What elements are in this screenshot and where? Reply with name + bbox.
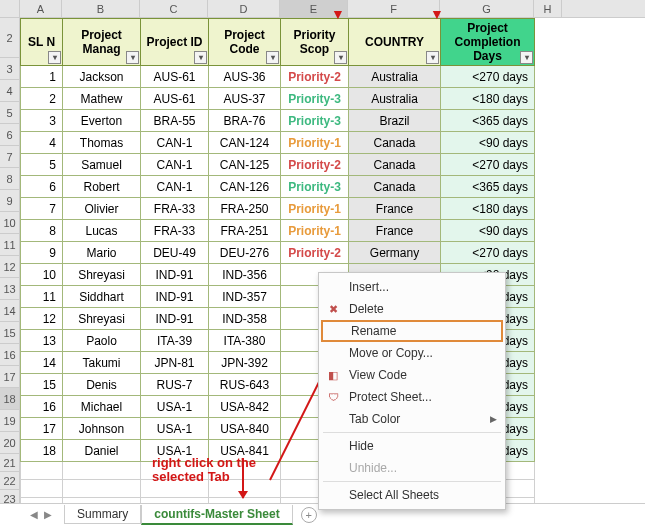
cell-country[interactable]: Australia bbox=[349, 88, 441, 110]
cell-pm[interactable]: Denis bbox=[63, 374, 141, 396]
cell-priority[interactable]: Priority-1 bbox=[281, 198, 349, 220]
col-header-d[interactable]: D bbox=[208, 0, 280, 17]
cell-pm[interactable]: Everton bbox=[63, 110, 141, 132]
cell-priority[interactable]: Priority-2 bbox=[281, 242, 349, 264]
cell-sl[interactable]: 3 bbox=[21, 110, 63, 132]
cell-sl[interactable]: 10 bbox=[21, 264, 63, 286]
cell-pid[interactable]: RUS-7 bbox=[141, 374, 209, 396]
corner-cell[interactable] bbox=[0, 0, 20, 17]
cell-pm[interactable]: Takumi bbox=[63, 352, 141, 374]
cell-sl[interactable]: 16 bbox=[21, 396, 63, 418]
col-header-g[interactable]: G bbox=[440, 0, 534, 17]
row-header[interactable]: 14 bbox=[0, 300, 20, 322]
cell-pid[interactable]: BRA-55 bbox=[141, 110, 209, 132]
th-pid[interactable]: Project ID▾ bbox=[141, 19, 209, 66]
cell-country[interactable]: France bbox=[349, 198, 441, 220]
cell-pm[interactable]: Jackson bbox=[63, 66, 141, 88]
cell-sl[interactable]: 2 bbox=[21, 88, 63, 110]
ctx-hide[interactable]: Hide bbox=[319, 435, 505, 457]
th-country[interactable]: COUNTRY▾ bbox=[349, 19, 441, 66]
row-header[interactable]: 20 bbox=[0, 432, 20, 454]
chevron-right-icon[interactable]: ▶ bbox=[44, 509, 52, 520]
col-header-a[interactable]: A bbox=[20, 0, 62, 17]
ctx-viewcode[interactable]: ◧View Code bbox=[319, 364, 505, 386]
cell-country[interactable]: France bbox=[349, 220, 441, 242]
row-header[interactable]: 11 bbox=[0, 234, 20, 256]
col-header-b[interactable]: B bbox=[62, 0, 140, 17]
cell-priority[interactable]: Priority-2 bbox=[281, 154, 349, 176]
chevron-left-icon[interactable]: ◀ bbox=[30, 509, 38, 520]
cell-pid[interactable]: CAN-1 bbox=[141, 154, 209, 176]
cell-pid[interactable]: IND-91 bbox=[141, 264, 209, 286]
row-header[interactable]: 10 bbox=[0, 212, 20, 234]
cell-pm[interactable]: Robert bbox=[63, 176, 141, 198]
ctx-selectall[interactable]: Select All Sheets bbox=[319, 484, 505, 506]
cell-pcode[interactable]: ITA-380 bbox=[209, 330, 281, 352]
cell-sl[interactable]: 18 bbox=[21, 440, 63, 462]
row-header[interactable]: 15 bbox=[0, 322, 20, 344]
tab-nav-arrows[interactable]: ◀▶ bbox=[30, 509, 52, 520]
ctx-rename[interactable]: Rename bbox=[321, 320, 503, 342]
tab-summary[interactable]: Summary bbox=[64, 505, 141, 524]
cell-pm[interactable]: Shreyasi bbox=[63, 308, 141, 330]
cell-days[interactable]: <270 days bbox=[441, 242, 535, 264]
cell-country[interactable]: Brazil bbox=[349, 110, 441, 132]
cell-pcode[interactable]: FRA-250 bbox=[209, 198, 281, 220]
row-header[interactable]: 19 bbox=[0, 410, 20, 432]
row-header[interactable]: 16 bbox=[0, 344, 20, 366]
cell-country[interactable]: Australia bbox=[349, 66, 441, 88]
cell-pm[interactable]: Paolo bbox=[63, 330, 141, 352]
th-scope[interactable]: Priority Scop▾ bbox=[281, 19, 349, 66]
cell-sl[interactable]: 4 bbox=[21, 132, 63, 154]
col-header-h[interactable]: H bbox=[534, 0, 562, 17]
cell-pid[interactable]: USA-1 bbox=[141, 396, 209, 418]
col-header-f[interactable]: F bbox=[348, 0, 440, 17]
cell-pcode[interactable]: DEU-276 bbox=[209, 242, 281, 264]
cell-days[interactable]: <365 days bbox=[441, 110, 535, 132]
row-header[interactable]: 12 bbox=[0, 256, 20, 278]
th-pm[interactable]: Project Manag▾ bbox=[63, 19, 141, 66]
ctx-insert[interactable]: Insert... bbox=[319, 276, 505, 298]
ctx-tabcolor[interactable]: Tab Color▶ bbox=[319, 408, 505, 430]
cell-pm[interactable]: Lucas bbox=[63, 220, 141, 242]
cell-pcode[interactable]: CAN-124 bbox=[209, 132, 281, 154]
cell-sl[interactable]: 14 bbox=[21, 352, 63, 374]
cell-sl[interactable]: 15 bbox=[21, 374, 63, 396]
row-header[interactable]: 17 bbox=[0, 366, 20, 388]
cell-pid[interactable]: IND-91 bbox=[141, 286, 209, 308]
ctx-protect[interactable]: 🛡Protect Sheet... bbox=[319, 386, 505, 408]
cell-pid[interactable]: FRA-33 bbox=[141, 198, 209, 220]
cell-pm[interactable]: Michael bbox=[63, 396, 141, 418]
cell-country[interactable]: Canada bbox=[349, 154, 441, 176]
filter-icon[interactable]: ▾ bbox=[520, 51, 533, 64]
cell-pm[interactable]: Olivier bbox=[63, 198, 141, 220]
cell-sl[interactable]: 8 bbox=[21, 220, 63, 242]
cell-sl[interactable]: 13 bbox=[21, 330, 63, 352]
cell-priority[interactable]: Priority-3 bbox=[281, 176, 349, 198]
row-header[interactable]: 7 bbox=[0, 146, 20, 168]
row-header[interactable]: 13 bbox=[0, 278, 20, 300]
filter-icon[interactable]: ▾ bbox=[266, 51, 279, 64]
cell-sl[interactable]: 1 bbox=[21, 66, 63, 88]
cell-priority[interactable]: Priority-2 bbox=[281, 66, 349, 88]
cell-sl[interactable]: 9 bbox=[21, 242, 63, 264]
filter-icon[interactable]: ▾ bbox=[48, 51, 61, 64]
th-sl[interactable]: SL N▾ bbox=[21, 19, 63, 66]
th-days[interactable]: Project Completion Days▾ bbox=[441, 19, 535, 66]
cell-priority[interactable]: Priority-1 bbox=[281, 132, 349, 154]
cell-pcode[interactable]: IND-357 bbox=[209, 286, 281, 308]
cell-pcode[interactable]: FRA-251 bbox=[209, 220, 281, 242]
cell-pcode[interactable]: CAN-125 bbox=[209, 154, 281, 176]
cell-days[interactable]: <365 days bbox=[441, 176, 535, 198]
cell-pid[interactable]: JPN-81 bbox=[141, 352, 209, 374]
cell-pm[interactable]: Shreyasi bbox=[63, 264, 141, 286]
cell-pm[interactable]: Johnson bbox=[63, 418, 141, 440]
cell-pm[interactable]: Thomas bbox=[63, 132, 141, 154]
cell-pid[interactable]: USA-1 bbox=[141, 418, 209, 440]
add-sheet-button[interactable]: + bbox=[301, 507, 317, 523]
row-header[interactable]: 6 bbox=[0, 124, 20, 146]
cell-country[interactable]: Germany bbox=[349, 242, 441, 264]
cell-days[interactable]: <180 days bbox=[441, 88, 535, 110]
cell-priority[interactable]: Priority-3 bbox=[281, 110, 349, 132]
cell-days[interactable]: <180 days bbox=[441, 198, 535, 220]
